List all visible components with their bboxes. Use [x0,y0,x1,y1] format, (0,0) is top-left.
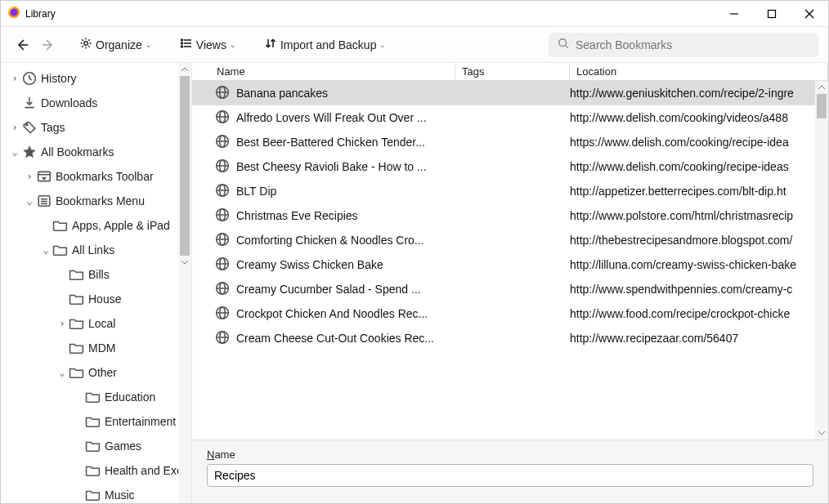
window-title: Library [25,8,56,20]
list-row[interactable]: Comforting Chicken & Noodles Cro...http:… [192,228,828,252]
sidebar-item-music[interactable]: Music [1,483,191,503]
list-row[interactable]: Best Beer-Battered Chicken Tender...http… [192,130,828,154]
sidebar-item-label: Bookmarks Menu [56,194,145,207]
search-box[interactable] [549,33,818,57]
sidebar-item-bookmarks-menu[interactable]: ⌄ Bookmarks Menu [1,189,191,213]
folder-icon [86,414,101,429]
maximize-button[interactable] [753,1,791,27]
list-row[interactable]: Best Cheesy Ravioli Bake - How to ...htt… [192,154,828,179]
scroll-thumb[interactable] [817,94,827,118]
sidebar-item-other[interactable]: ⌄ Other [1,360,191,385]
row-name-text: BLT Dip [236,185,276,198]
list-scrollbar[interactable] [815,81,828,439]
list-row[interactable]: BLT Diphttp://appetizer.betterrecipes.co… [192,179,828,203]
row-name-text: Crockpot Chicken And Noodles Rec... [236,307,428,320]
column-header-location[interactable]: Location [570,63,828,80]
list-body: Banana pancakeshttp://www.geniuskitchen.… [192,81,828,439]
sidebar: › History Downloads › Tags ⌄ All Bookmar… [1,63,192,503]
row-location-text: http://www.delish.com/cooking/recipe-ide… [570,160,828,173]
list-row[interactable]: Creamy Swiss Chicken Bakehttp://lilluna.… [192,252,828,277]
sidebar-item-label: Local [88,317,115,330]
sidebar-item-all-bookmarks[interactable]: ⌄ All Bookmarks [1,140,191,164]
row-location-text: https://www.delish.com/cooking/recipe-id… [570,136,828,149]
folder-icon [53,243,68,257]
row-name-text: Cream Cheese Cut-Out Cookies Rec... [236,332,434,345]
sidebar-item-tags[interactable]: › Tags [1,115,191,140]
sidebar-item-label: All Bookmarks [41,145,114,158]
chevron-down-icon: ⌄ [379,41,386,49]
chevron-down-icon: ⌄ [40,244,52,256]
folder-icon [53,218,68,233]
folder-icon [86,488,101,502]
sidebar-item-mdm[interactable]: MDM [1,336,191,360]
sidebar-item-label: Apps, Apple & iPad [72,219,170,232]
globe-icon [215,85,236,102]
sidebar-item-all-links[interactable]: ⌄ All Links [1,238,191,262]
chevron-down-icon: ⌄ [230,41,236,49]
scroll-up-icon[interactable] [815,81,828,94]
row-name-text: Best Cheesy Ravioli Bake - How to ... [236,160,427,173]
chevron-down-icon: ⌄ [9,146,20,158]
views-button[interactable]: Views ⌄ [175,33,241,56]
scroll-down-icon[interactable] [178,256,191,269]
sidebar-item-bills[interactable]: Bills [1,262,191,287]
menu-icon [37,194,52,208]
import-backup-button[interactable]: Import and Backup ⌄ [259,33,392,56]
sidebar-item-label: Tags [41,121,65,134]
scroll-thumb[interactable] [180,76,190,256]
sidebar-item-entertainment[interactable]: Entertainment [1,409,191,434]
minimize-button[interactable] [715,1,753,27]
scroll-down-icon[interactable] [815,426,828,439]
sidebar-item-label: Health and Exe [105,464,183,477]
list-row[interactable]: Creamy Cucumber Salad - Spend ...http://… [192,277,828,301]
svg-line-16 [566,45,569,48]
svg-point-14 [181,46,182,47]
sidebar-item-label: MDM [88,341,115,355]
folder-icon [69,316,84,331]
list-row[interactable]: Cream Cheese Cut-Out Cookies Rec...http:… [192,326,828,350]
sidebar-item-bookmarks-toolbar[interactable]: › Bookmarks Toolbar [1,164,191,189]
back-button[interactable] [11,35,34,55]
sidebar-item-history[interactable]: › History [1,66,191,91]
sidebar-item-local[interactable]: › Local [1,311,191,336]
row-name-text: Alfredo Lovers Will Freak Out Over ... [236,111,427,124]
column-header-name[interactable]: Name [210,63,455,80]
svg-point-15 [559,38,567,46]
svg-point-1 [11,8,18,16]
folder-icon [69,267,84,282]
svg-point-12 [181,39,182,41]
globe-icon [215,232,236,249]
sidebar-item-house[interactable]: House [1,287,191,311]
chevron-right-icon: › [56,318,68,329]
chevron-down-icon: ⌄ [24,195,35,207]
search-input[interactable] [576,38,809,51]
sidebar-item-label: History [41,72,77,85]
row-name-text: Best Beer-Battered Chicken Tender... [236,136,425,149]
sidebar-item-downloads[interactable]: Downloads [1,91,191,115]
scroll-up-icon[interactable] [178,63,191,76]
sidebar-item-health[interactable]: Health and Exe [1,458,191,483]
list-icon [180,37,193,52]
list-row[interactable]: Alfredo Lovers Will Freak Out Over ...ht… [192,105,828,130]
row-location-text: http://www.delish.com/cooking/videos/a48… [570,111,828,124]
globe-icon [215,306,236,323]
row-location-text: http://thebestrecipesandmore.blogspot.co… [570,234,828,247]
column-header-tags[interactable]: Tags [455,63,570,80]
sidebar-item-education[interactable]: Education [1,385,191,409]
list-row[interactable]: Banana pancakeshttp://www.geniuskitchen.… [192,81,828,105]
globe-icon [215,134,236,151]
sidebar-scrollbar[interactable] [178,63,191,503]
close-button[interactable] [791,1,828,27]
folder-icon [86,463,101,478]
list-row[interactable]: Crockpot Chicken And Noodles Rec...http:… [192,301,828,326]
folder-icon [86,439,101,453]
svg-point-13 [181,42,182,44]
sidebar-item-apps[interactable]: Apps, Apple & iPad [1,213,191,238]
list-row[interactable]: Christmas Eve Recipieshttp://www.polstor… [192,203,828,228]
sidebar-item-games[interactable]: Games [1,434,191,458]
details-name-input[interactable] [207,464,813,487]
row-location-text: http://www.polstore.com/html/christmasre… [570,209,828,222]
globe-icon [215,256,236,274]
organize-button[interactable]: Organize ⌄ [74,33,157,56]
forward-button[interactable] [37,35,60,55]
